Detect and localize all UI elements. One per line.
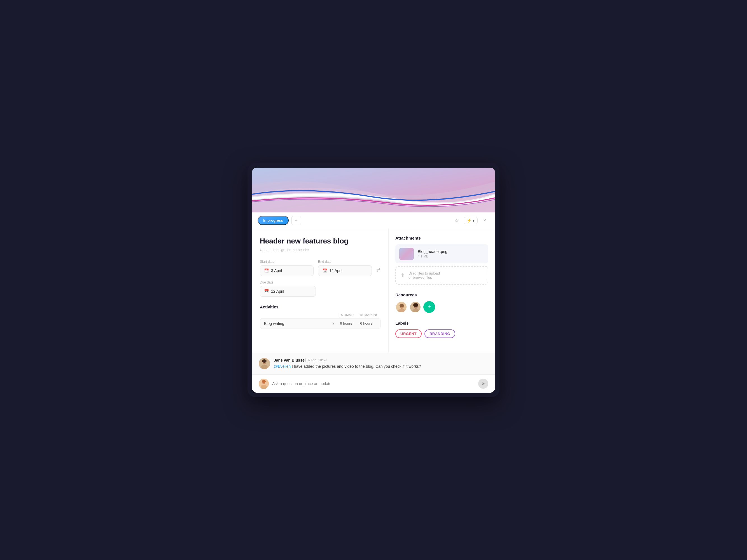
toolbar: In progress → ☆ ⚡ ▾ ×: [252, 212, 495, 229]
upload-text: Drag files to upload or browse files: [409, 271, 440, 279]
activity-row: Blog writing ▾ 6 hours 6 hours: [260, 318, 381, 329]
comment-body: Jans van Blussel 6 April 10:59 @Evelien …: [274, 358, 488, 369]
send-button[interactable]: ➤: [478, 379, 488, 389]
attachment-info: Blog_header.png 4.1 MB: [418, 249, 484, 258]
activities-title: Activities: [260, 304, 381, 309]
labels-row: URGENT BRANDING: [395, 329, 488, 338]
comment-mention: @Evelien: [274, 364, 291, 369]
upload-area[interactable]: ⬆ Drag files to upload or browse files: [395, 266, 488, 285]
sync-button[interactable]: ⇄: [376, 267, 381, 276]
close-button[interactable]: ×: [480, 216, 489, 225]
comment-time: 6 April 10:59: [308, 358, 327, 362]
comment-body-text: I have added the pictures and video to t…: [291, 364, 421, 369]
sidebar: Attachments Blog_header.png 4.1 MB ⬆: [389, 229, 495, 353]
resources-section: Resources: [395, 292, 488, 313]
attachment-item: Blog_header.png 4.1 MB: [395, 244, 488, 263]
activities-remaining-header: REMAINING: [358, 313, 381, 317]
activities-header: ESTIMATE REMAINING: [260, 313, 381, 318]
attachments-section: Attachments Blog_header.png 4.1 MB ⬆: [395, 236, 488, 285]
avatars-row: +: [395, 301, 488, 313]
toolbar-right: ☆ ⚡ ▾ ×: [452, 216, 489, 225]
banner: [252, 168, 495, 212]
end-date-input[interactable]: 📅 12 April: [318, 265, 372, 276]
svg-point-9: [413, 304, 418, 306]
content-area: Header new features blog Updated design …: [252, 229, 495, 353]
lightning-button[interactable]: ⚡ ▾: [464, 217, 478, 224]
due-date-field: Due date 📅 12 April: [260, 281, 316, 297]
attachment-thumbnail: [399, 248, 414, 260]
upload-line1: Drag files to upload: [409, 271, 440, 275]
activity-dropdown-button[interactable]: ▾: [331, 322, 336, 325]
arrow-button[interactable]: →: [291, 216, 301, 225]
star-button[interactable]: ☆: [452, 216, 461, 225]
svg-point-13: [262, 359, 266, 363]
attachment-thumb-image: [399, 248, 414, 260]
due-date-value: 12 April: [271, 289, 284, 294]
comment-author: Jans van Blussel: [274, 358, 306, 363]
activity-name: Blog writing: [264, 321, 331, 326]
start-date-field: Start date 📅 3 April: [260, 260, 314, 276]
upload-icon: ⬆: [401, 272, 405, 279]
upload-line2: or browse files: [409, 275, 440, 279]
end-date-label: End date: [318, 260, 372, 264]
attachment-name: Blog_header.png: [418, 249, 484, 254]
labels-section: Labels URGENT BRANDING: [395, 321, 488, 338]
resources-title: Resources: [395, 292, 488, 297]
comment-section: Jans van Blussel 6 April 10:59 @Evelien …: [252, 353, 495, 393]
attachments-title: Attachments: [395, 236, 488, 240]
avatar-1: [395, 301, 407, 313]
due-date-row: Due date 📅 12 April: [260, 281, 381, 297]
end-date-value: 12 April: [329, 268, 342, 273]
activity-remaining-value: 6 hours: [356, 321, 376, 325]
calendar-icon-2: 📅: [322, 268, 327, 273]
calendar-icon: 📅: [264, 268, 269, 273]
date-row: Start date 📅 3 April End date 📅 12 April: [260, 260, 381, 276]
due-date-label: Due date: [260, 281, 316, 284]
calendar-icon-3: 📅: [264, 289, 269, 294]
modal: In progress → ☆ ⚡ ▾ × Header new feature…: [252, 168, 495, 393]
due-date-input[interactable]: 📅 12 April: [260, 286, 316, 297]
activities-name-col-header: [260, 313, 336, 317]
comment-header: Jans van Blussel 6 April 10:59: [274, 358, 488, 363]
activities-section: Activities ESTIMATE REMAINING Blog writi…: [260, 304, 381, 329]
device-frame: In progress → ☆ ⚡ ▾ × Header new feature…: [248, 163, 499, 397]
svg-point-17: [262, 380, 266, 383]
label-branding[interactable]: BRANDING: [424, 329, 455, 338]
attachment-size: 4.1 MB: [418, 255, 484, 258]
input-avatar: [259, 379, 269, 389]
comment-avatar: [259, 358, 270, 369]
activities-estimate-header: ESTIMATE: [336, 313, 358, 317]
task-subtitle: Updated design for the header: [260, 248, 381, 252]
label-urgent[interactable]: URGENT: [395, 329, 422, 338]
lightning-dropdown-icon: ▾: [472, 218, 474, 223]
start-date-input[interactable]: 📅 3 April: [260, 265, 314, 276]
comment-item: Jans van Blussel 6 April 10:59 @Evelien …: [252, 353, 495, 374]
input-area: ➤: [252, 374, 495, 393]
status-badge[interactable]: In progress: [258, 216, 289, 225]
lightning-icon: ⚡: [467, 218, 471, 223]
avatar-2: [409, 301, 421, 313]
task-title: Header new features blog: [260, 237, 381, 245]
activity-estimate-value: 6 hours: [336, 321, 356, 325]
comment-text: @Evelien I have added the pictures and v…: [274, 364, 488, 369]
main-content: Header new features blog Updated design …: [252, 229, 389, 353]
message-input[interactable]: [272, 381, 475, 386]
start-date-label: Start date: [260, 260, 314, 264]
end-date-field: End date 📅 12 April: [318, 260, 372, 276]
add-resource-button[interactable]: +: [423, 301, 435, 313]
start-date-value: 3 April: [271, 268, 282, 273]
labels-title: Labels: [395, 321, 488, 325]
svg-point-4: [400, 304, 404, 307]
